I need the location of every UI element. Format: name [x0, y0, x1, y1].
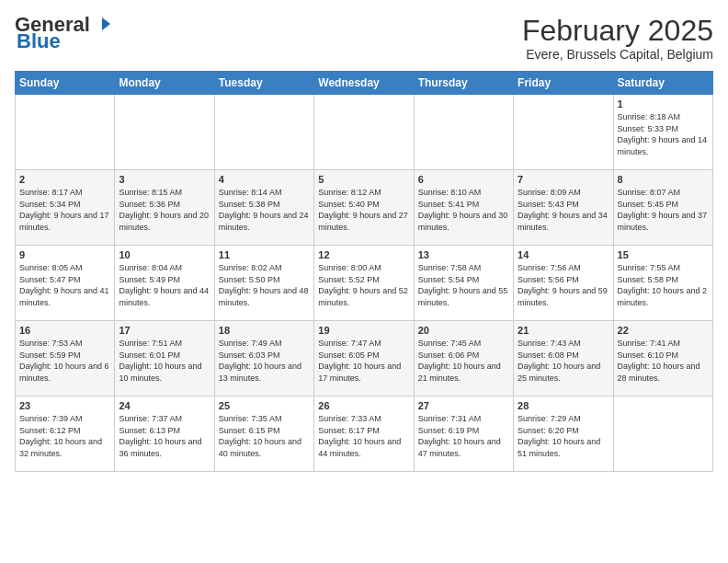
- weekday-header-friday: Friday: [514, 72, 613, 95]
- week-row-4: 23Sunrise: 7:39 AM Sunset: 6:12 PM Dayli…: [16, 396, 713, 472]
- day-cell: 24Sunrise: 7:37 AM Sunset: 6:13 PM Dayli…: [115, 396, 214, 472]
- day-number: 3: [119, 174, 210, 185]
- day-info: Sunrise: 8:18 AM Sunset: 5:33 PM Dayligh…: [618, 111, 709, 157]
- day-number: 2: [19, 174, 110, 185]
- day-cell: 2Sunrise: 8:17 AM Sunset: 5:34 PM Daylig…: [16, 170, 115, 246]
- logo-blue-text: Blue: [17, 31, 61, 52]
- day-info: Sunrise: 7:56 AM Sunset: 5:56 PM Dayligh…: [518, 262, 609, 308]
- day-number: 11: [219, 249, 310, 260]
- weekday-header-wednesday: Wednesday: [314, 72, 414, 95]
- logo-icon: [94, 16, 110, 32]
- day-number: 23: [19, 400, 110, 411]
- day-cell: 5Sunrise: 8:12 AM Sunset: 5:40 PM Daylig…: [314, 170, 414, 246]
- day-cell: 15Sunrise: 7:55 AM Sunset: 5:58 PM Dayli…: [613, 246, 712, 321]
- day-info: Sunrise: 8:12 AM Sunset: 5:40 PM Dayligh…: [318, 187, 409, 233]
- weekday-header-sunday: Sunday: [16, 72, 115, 95]
- day-number: 12: [318, 249, 409, 260]
- day-info: Sunrise: 7:47 AM Sunset: 6:05 PM Dayligh…: [318, 338, 409, 384]
- day-cell: 28Sunrise: 7:29 AM Sunset: 6:20 PM Dayli…: [514, 396, 613, 472]
- day-number: 14: [518, 249, 609, 260]
- day-info: Sunrise: 7:58 AM Sunset: 5:54 PM Dayligh…: [418, 262, 509, 308]
- day-cell: [414, 95, 513, 170]
- day-info: Sunrise: 7:55 AM Sunset: 5:58 PM Dayligh…: [618, 262, 709, 308]
- day-cell: 10Sunrise: 8:04 AM Sunset: 5:49 PM Dayli…: [115, 246, 214, 321]
- day-info: Sunrise: 7:35 AM Sunset: 6:15 PM Dayligh…: [219, 413, 310, 459]
- day-cell: 27Sunrise: 7:31 AM Sunset: 6:19 PM Dayli…: [414, 396, 513, 472]
- day-number: 26: [318, 400, 409, 411]
- calendar-table: SundayMondayTuesdayWednesdayThursdayFrid…: [15, 71, 713, 472]
- weekday-header-row: SundayMondayTuesdayWednesdayThursdayFrid…: [16, 72, 713, 95]
- weekday-header-monday: Monday: [115, 72, 214, 95]
- day-cell: [115, 95, 214, 170]
- day-number: 5: [318, 174, 409, 185]
- weekday-header-saturday: Saturday: [613, 72, 712, 95]
- day-number: 19: [318, 325, 409, 336]
- day-cell: [514, 95, 613, 170]
- day-info: Sunrise: 7:31 AM Sunset: 6:19 PM Dayligh…: [418, 413, 509, 459]
- day-number: 7: [518, 174, 609, 185]
- svg-marker-0: [102, 17, 110, 30]
- day-info: Sunrise: 8:04 AM Sunset: 5:49 PM Dayligh…: [119, 262, 210, 308]
- day-info: Sunrise: 7:33 AM Sunset: 6:17 PM Dayligh…: [318, 413, 409, 459]
- day-number: 27: [418, 400, 509, 411]
- day-cell: 9Sunrise: 8:05 AM Sunset: 5:47 PM Daylig…: [16, 246, 115, 321]
- day-number: 9: [19, 249, 110, 260]
- day-number: 4: [219, 174, 310, 185]
- day-info: Sunrise: 8:10 AM Sunset: 5:41 PM Dayligh…: [418, 187, 509, 233]
- day-cell: 11Sunrise: 8:02 AM Sunset: 5:50 PM Dayli…: [214, 246, 313, 321]
- day-cell: 8Sunrise: 8:07 AM Sunset: 5:45 PM Daylig…: [613, 170, 712, 246]
- day-number: 17: [119, 325, 210, 336]
- day-number: 15: [618, 249, 709, 260]
- day-number: 24: [119, 400, 210, 411]
- week-row-3: 16Sunrise: 7:53 AM Sunset: 5:59 PM Dayli…: [16, 321, 713, 396]
- day-cell: 26Sunrise: 7:33 AM Sunset: 6:17 PM Dayli…: [314, 396, 414, 472]
- day-cell: [613, 396, 712, 472]
- day-info: Sunrise: 7:29 AM Sunset: 6:20 PM Dayligh…: [518, 413, 609, 459]
- day-number: 16: [19, 325, 110, 336]
- day-info: Sunrise: 8:17 AM Sunset: 5:34 PM Dayligh…: [19, 187, 110, 233]
- day-cell: 16Sunrise: 7:53 AM Sunset: 5:59 PM Dayli…: [16, 321, 115, 396]
- weekday-header-tuesday: Tuesday: [214, 72, 313, 95]
- day-cell: 17Sunrise: 7:51 AM Sunset: 6:01 PM Dayli…: [115, 321, 214, 396]
- day-number: 10: [119, 249, 210, 260]
- page: General Blue February 2025 Evere, Brusse…: [0, 0, 728, 563]
- title-block: February 2025 Evere, Brussels Capital, B…: [522, 15, 713, 62]
- day-info: Sunrise: 8:09 AM Sunset: 5:43 PM Dayligh…: [518, 187, 609, 233]
- day-number: 22: [618, 325, 709, 336]
- month-title: February 2025: [522, 15, 713, 47]
- day-info: Sunrise: 8:15 AM Sunset: 5:36 PM Dayligh…: [119, 187, 210, 233]
- day-cell: 13Sunrise: 7:58 AM Sunset: 5:54 PM Dayli…: [414, 246, 513, 321]
- day-cell: 22Sunrise: 7:41 AM Sunset: 6:10 PM Dayli…: [613, 321, 712, 396]
- day-number: 6: [418, 174, 509, 185]
- day-info: Sunrise: 8:05 AM Sunset: 5:47 PM Dayligh…: [19, 262, 110, 308]
- day-cell: [16, 95, 115, 170]
- day-cell: 19Sunrise: 7:47 AM Sunset: 6:05 PM Dayli…: [314, 321, 414, 396]
- week-row-2: 9Sunrise: 8:05 AM Sunset: 5:47 PM Daylig…: [16, 246, 713, 321]
- day-info: Sunrise: 8:07 AM Sunset: 5:45 PM Dayligh…: [618, 187, 709, 233]
- day-number: 20: [418, 325, 509, 336]
- weekday-header-thursday: Thursday: [414, 72, 513, 95]
- day-number: 25: [219, 400, 310, 411]
- day-info: Sunrise: 7:53 AM Sunset: 5:59 PM Dayligh…: [19, 338, 110, 384]
- day-info: Sunrise: 7:51 AM Sunset: 6:01 PM Dayligh…: [119, 338, 210, 384]
- day-info: Sunrise: 8:14 AM Sunset: 5:38 PM Dayligh…: [219, 187, 310, 233]
- day-cell: 25Sunrise: 7:35 AM Sunset: 6:15 PM Dayli…: [214, 396, 313, 472]
- day-number: 8: [618, 174, 709, 185]
- day-info: Sunrise: 7:43 AM Sunset: 6:08 PM Dayligh…: [518, 338, 609, 384]
- logo: General Blue: [15, 15, 110, 52]
- day-cell: [214, 95, 313, 170]
- day-cell: 18Sunrise: 7:49 AM Sunset: 6:03 PM Dayli…: [214, 321, 313, 396]
- day-cell: 14Sunrise: 7:56 AM Sunset: 5:56 PM Dayli…: [514, 246, 613, 321]
- day-info: Sunrise: 7:49 AM Sunset: 6:03 PM Dayligh…: [219, 338, 310, 384]
- day-number: 18: [219, 325, 310, 336]
- week-row-1: 2Sunrise: 8:17 AM Sunset: 5:34 PM Daylig…: [16, 170, 713, 246]
- day-info: Sunrise: 7:41 AM Sunset: 6:10 PM Dayligh…: [618, 338, 709, 384]
- day-info: Sunrise: 7:37 AM Sunset: 6:13 PM Dayligh…: [119, 413, 210, 459]
- day-cell: 1Sunrise: 8:18 AM Sunset: 5:33 PM Daylig…: [613, 95, 712, 170]
- day-info: Sunrise: 8:02 AM Sunset: 5:50 PM Dayligh…: [219, 262, 310, 308]
- day-cell: 23Sunrise: 7:39 AM Sunset: 6:12 PM Dayli…: [16, 396, 115, 472]
- day-number: 28: [518, 400, 609, 411]
- location-title: Evere, Brussels Capital, Belgium: [522, 47, 713, 62]
- header: General Blue February 2025 Evere, Brusse…: [15, 15, 713, 62]
- day-cell: 6Sunrise: 8:10 AM Sunset: 5:41 PM Daylig…: [414, 170, 513, 246]
